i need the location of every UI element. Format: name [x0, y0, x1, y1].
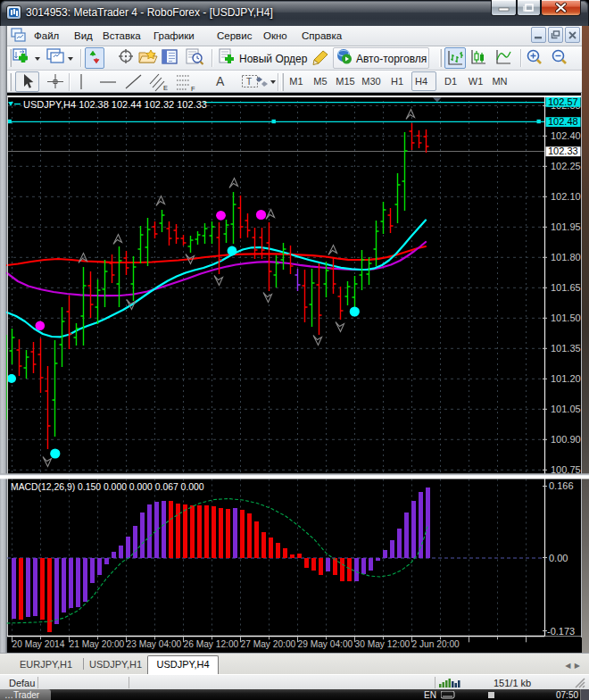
svg-text:0.166: 0.166 [549, 480, 574, 491]
svg-text:MACD(12,26,9) 0.150 0.000 0.00: MACD(12,26,9) 0.150 0.000 0.000 0.067 0.… [11, 482, 204, 492]
svg-text:30 May 12:00: 30 May 12:00 [355, 639, 411, 649]
svg-text:100.90: 100.90 [551, 434, 581, 445]
svg-text:102.33: 102.33 [548, 146, 578, 156]
svg-text:102.48: 102.48 [548, 116, 578, 127]
svg-text:-0.173: -0.173 [547, 626, 575, 637]
svg-text:23 May 04:00: 23 May 04:00 [127, 639, 182, 649]
svg-text:26 May 12:00: 26 May 12:00 [184, 639, 239, 649]
svg-text:27 May 20:00: 27 May 20:00 [241, 639, 296, 649]
svg-text:100.75: 100.75 [551, 464, 581, 475]
svg-text:101.05: 101.05 [551, 404, 581, 414]
svg-text:0.00: 0.00 [549, 553, 568, 563]
svg-text:101.65: 101.65 [551, 282, 581, 293]
svg-text:101.20: 101.20 [551, 373, 581, 384]
svg-text:21 May 20:00: 21 May 20:00 [70, 639, 125, 649]
svg-text:29 May 04:00: 29 May 04:00 [298, 639, 353, 649]
svg-text:USDJPY,H4 102.38 102.44 102.3: USDJPY,H4 102.38 102.44 102.32 102.33 [23, 99, 207, 110]
svg-text:2 Jun 20:00: 2 Jun 20:00 [412, 639, 460, 649]
svg-text:101.35: 101.35 [551, 343, 581, 354]
svg-text:20 May 2014: 20 May 2014 [12, 639, 65, 649]
svg-text:102.57: 102.57 [548, 96, 578, 107]
svg-text:102.25: 102.25 [551, 161, 581, 171]
svg-text:102.40: 102.40 [551, 130, 581, 141]
svg-text:101.95: 101.95 [551, 221, 581, 232]
svg-text:101.80: 101.80 [551, 252, 581, 262]
svg-text:101.50: 101.50 [551, 312, 581, 323]
svg-text:102.10: 102.10 [551, 191, 581, 202]
